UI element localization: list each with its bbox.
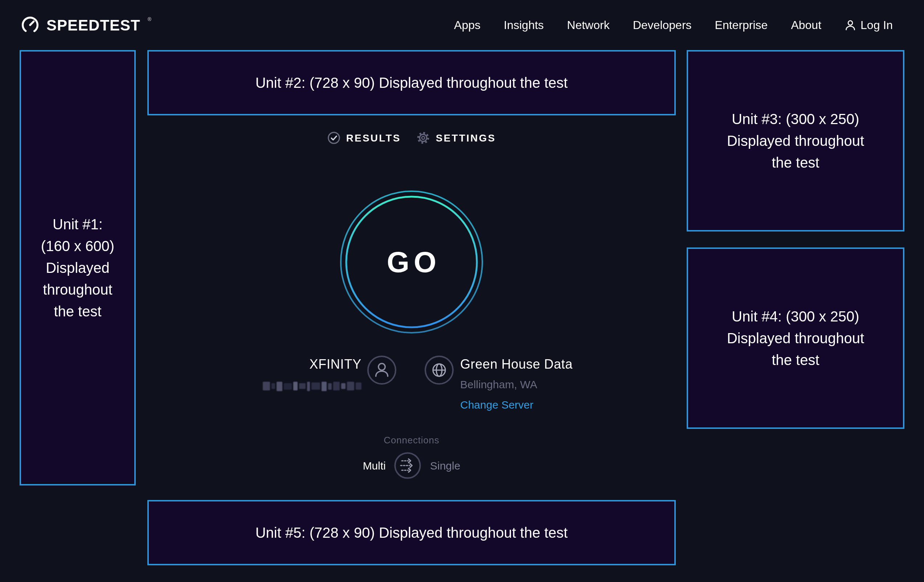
nav-item-developers[interactable]: Developers xyxy=(633,18,692,31)
ad-text-line: Unit #4: (300 x 250) xyxy=(732,305,859,327)
ad-unit-1-skyscraper[interactable]: Unit #1: (160 x 600) Displayed throughou… xyxy=(20,50,136,485)
ad-text-line: the test xyxy=(772,152,819,173)
gear-icon xyxy=(417,131,430,144)
isp-info: XFINITY xyxy=(263,356,361,391)
ad-text-line: throughout xyxy=(43,279,112,300)
speedtest-logo[interactable]: SPEEDTEST ® xyxy=(20,15,151,35)
check-circle-icon xyxy=(327,131,340,144)
server-name: Green House Data xyxy=(460,356,573,373)
go-button[interactable]: GO xyxy=(339,190,484,335)
nav-item-about[interactable]: About xyxy=(791,18,821,31)
logo-text: SPEEDTEST xyxy=(46,16,140,34)
speedometer-icon xyxy=(20,15,40,35)
speedtest-page: SPEEDTEST ® Apps Insights Network Develo… xyxy=(0,0,924,582)
connection-info-row: XFINITY xyxy=(147,356,676,417)
server-globe-icon xyxy=(425,356,454,385)
nav-item-network[interactable]: Network xyxy=(567,18,609,31)
nav-menu: Apps Insights Network Developers Enterpr… xyxy=(454,18,893,31)
ad-text-line: Unit #1: xyxy=(53,213,103,235)
nav-item-insights[interactable]: Insights xyxy=(504,18,544,31)
server-location: Bellingham, WA xyxy=(460,376,573,393)
tab-settings-label: SETTINGS xyxy=(436,132,496,144)
ad-text-line: Unit #3: (300 x 250) xyxy=(732,108,859,130)
connections-section: Connections Multi xyxy=(147,435,676,479)
redacted-ip-address xyxy=(263,381,361,391)
login-button[interactable]: Log In xyxy=(845,18,893,31)
isp-name: XFINITY xyxy=(263,356,361,373)
ad-text-line: Displayed throughout xyxy=(727,327,864,349)
ad-unit-4-rectangle[interactable]: Unit #4: (300 x 250) Displayed throughou… xyxy=(686,247,904,429)
top-nav: SPEEDTEST ® Apps Insights Network Develo… xyxy=(0,0,924,50)
server-info: Green House Data Bellingham, WA Change S… xyxy=(460,356,573,414)
login-label: Log In xyxy=(860,18,893,31)
ad-text-line: Displayed xyxy=(46,257,110,279)
user-icon xyxy=(845,19,855,31)
tab-results[interactable]: RESULTS xyxy=(327,131,401,144)
multi-connection-toggle-icon[interactable] xyxy=(394,452,421,479)
tab-results-label: RESULTS xyxy=(346,132,401,144)
trademark-mark: ® xyxy=(148,17,151,22)
connections-label: Connections xyxy=(147,435,676,446)
ad-text-line: (160 x 600) xyxy=(41,235,114,257)
test-panel: RESULTS SETTINGS xyxy=(147,50,676,582)
nav-item-apps[interactable]: Apps xyxy=(454,18,480,31)
go-button-label: GO xyxy=(339,190,484,335)
isp-user-icon xyxy=(367,356,396,385)
connections-toggle-row: Multi Single xyxy=(147,452,676,479)
connections-option-single[interactable]: Single xyxy=(430,459,460,472)
ad-unit-3-rectangle[interactable]: Unit #3: (300 x 250) Displayed throughou… xyxy=(686,50,904,231)
ad-text-line: Displayed throughout xyxy=(727,130,864,152)
connections-option-multi[interactable]: Multi xyxy=(363,459,386,472)
ad-text-line: the test xyxy=(772,349,819,371)
tab-bar: RESULTS SETTINGS xyxy=(147,131,676,144)
change-server-link[interactable]: Change Server xyxy=(460,396,573,414)
tab-settings[interactable]: SETTINGS xyxy=(417,131,496,144)
nav-item-enterprise[interactable]: Enterprise xyxy=(715,18,768,31)
ad-text-line: the test xyxy=(54,300,101,322)
